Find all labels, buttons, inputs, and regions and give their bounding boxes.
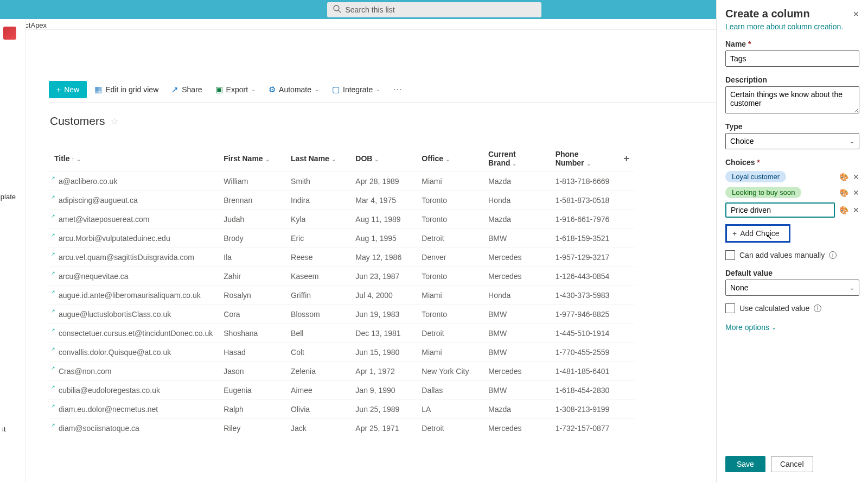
- column-header[interactable]: Current Brand⌄: [483, 145, 550, 172]
- export-button[interactable]: ▣ Export ⌄: [210, 81, 261, 98]
- table-cell: Denver: [416, 248, 483, 267]
- table-row[interactable]: arcu@nequevitae.caZahirKaseemJun 23, 198…: [49, 267, 635, 286]
- table-cell: Mazda: [483, 400, 550, 419]
- chevron-down-icon: ⌄: [315, 86, 319, 92]
- table-row[interactable]: diam@sociisnatoque.caRileyJackApr 25, 19…: [49, 419, 635, 438]
- table-row[interactable]: a@aclibero.co.ukWilliamSmithApr 28, 1989…: [49, 172, 635, 191]
- cancel-button[interactable]: Cancel: [771, 456, 813, 472]
- table-cell: Aug 11, 1989: [350, 210, 416, 229]
- more-options-toggle[interactable]: More options ⌄: [725, 323, 859, 332]
- edit-grid-button[interactable]: ▦ Edit in grid view: [89, 81, 164, 98]
- table-cell: augue.id.ante@liberomaurisaliquam.co.uk: [49, 286, 218, 305]
- new-button[interactable]: + New: [49, 81, 87, 98]
- add-column-button[interactable]: +: [618, 145, 635, 172]
- calculated-value-label: Use calculated value: [739, 304, 809, 313]
- add-choice-button[interactable]: + Add Choice ↖: [725, 224, 790, 243]
- table-cell: Toronto: [416, 305, 483, 324]
- type-select[interactable]: Choice ⌄: [725, 133, 859, 149]
- column-header[interactable]: First Name⌄: [218, 145, 285, 172]
- palette-icon[interactable]: 🎨: [839, 173, 848, 181]
- chevron-down-icon: ⌄: [771, 324, 776, 331]
- table-row[interactable]: cubilia@eudoloregestas.co.ukEugeniaAimee…: [49, 381, 635, 400]
- more-actions-button[interactable]: ⋯: [388, 84, 407, 94]
- table-cell: Miami: [416, 172, 483, 191]
- column-header[interactable]: Last Name⌄: [285, 145, 350, 172]
- table-cell: Dallas: [416, 381, 483, 400]
- remove-choice-icon[interactable]: ✕: [853, 206, 859, 214]
- favorite-star-icon[interactable]: ☆: [111, 116, 118, 126]
- table-cell: Cras@non.com: [49, 362, 218, 381]
- close-panel-button[interactable]: ✕: [853, 10, 859, 18]
- table-cell: 1-618-159-3521: [550, 229, 618, 248]
- sidebar-label-it[interactable]: it: [2, 425, 6, 433]
- manual-values-checkbox[interactable]: [725, 250, 735, 260]
- table-cell: Ila: [218, 248, 285, 267]
- table-cell: Mercedes: [483, 267, 550, 286]
- save-button[interactable]: Save: [725, 456, 765, 472]
- table-cell: Olivia: [285, 400, 350, 419]
- table-row[interactable]: amet@vitaeposuereat.comJudahKylaAug 11, …: [49, 210, 635, 229]
- table-cell: Cora: [218, 305, 285, 324]
- integrate-button[interactable]: ▢ Integrate ⌄: [327, 81, 386, 98]
- column-header[interactable]: Title↑⌄: [49, 145, 218, 172]
- default-value-select[interactable]: None ⌄: [725, 280, 859, 296]
- info-icon[interactable]: i: [829, 251, 837, 259]
- table-row[interactable]: adipiscing@augueut.caBrennanIndiraMar 4,…: [49, 191, 635, 210]
- choice-input[interactable]: [725, 202, 835, 218]
- choice-pill[interactable]: Looking to buy soon: [725, 187, 801, 198]
- column-header[interactable]: Phone Number⌄: [550, 145, 618, 172]
- column-header[interactable]: Office⌄: [416, 145, 483, 172]
- palette-icon[interactable]: 🎨: [839, 206, 848, 214]
- table-cell: Honda: [483, 191, 550, 210]
- table-row[interactable]: arcu.Morbi@vulputateduinec.eduBrodyEricA…: [49, 229, 635, 248]
- table-cell: Rosalyn: [218, 286, 285, 305]
- table-cell: BMW: [483, 324, 550, 343]
- table-cell: cubilia@eudoloregestas.co.uk: [49, 381, 218, 400]
- app-tile-icon[interactable]: [3, 27, 16, 40]
- table-cell: William: [218, 172, 285, 191]
- table-cell: 1-977-946-8825: [550, 305, 618, 324]
- table-cell: augue@luctuslobortisClass.co.uk: [49, 305, 218, 324]
- table-cell: Hasad: [218, 343, 285, 362]
- table-cell: Brody: [218, 229, 285, 248]
- table-row[interactable]: convallis.dolor.Quisque@at.co.ukHasadCol…: [49, 343, 635, 362]
- flow-icon: ⚙: [269, 85, 276, 94]
- table-row[interactable]: consectetuer.cursus.et@tinciduntDonec.co…: [49, 324, 635, 343]
- info-icon[interactable]: i: [814, 305, 821, 312]
- chevron-down-icon: ⌄: [251, 86, 256, 92]
- table-row[interactable]: augue@luctuslobortisClass.co.ukCoraBloss…: [49, 305, 635, 324]
- table-cell: Judah: [218, 210, 285, 229]
- table-cell: Detroit: [416, 324, 483, 343]
- table-cell: adipiscing@augueut.ca: [49, 191, 218, 210]
- calculated-value-checkbox[interactable]: [725, 303, 735, 313]
- table-cell: 1-770-455-2559: [550, 343, 618, 362]
- table-cell: Ralph: [218, 400, 285, 419]
- table-cell: diam@sociisnatoque.ca: [49, 419, 218, 438]
- table-cell: convallis.dolor.Quisque@at.co.uk: [49, 343, 218, 362]
- table-cell: Dec 13, 1981: [350, 324, 416, 343]
- table-cell: 1-126-443-0854: [550, 267, 618, 286]
- table-cell: BMW: [483, 381, 550, 400]
- palette-icon[interactable]: 🎨: [839, 188, 848, 197]
- name-input[interactable]: [725, 50, 859, 67]
- table-row[interactable]: diam.eu.dolor@necmetus.netRalphOliviaJun…: [49, 400, 635, 419]
- table-row[interactable]: augue.id.ante@liberomaurisaliquam.co.ukR…: [49, 286, 635, 305]
- column-header[interactable]: DOB⌄: [350, 145, 416, 172]
- table-cell: Jul 4, 2000: [350, 286, 416, 305]
- sidebar-label-template[interactable]: mplate: [0, 193, 16, 201]
- remove-choice-icon[interactable]: ✕: [853, 188, 859, 197]
- table-row[interactable]: arcu.vel.quam@sagittisDuisgravida.comIla…: [49, 248, 635, 267]
- description-input[interactable]: [725, 86, 859, 113]
- table-cell: Colt: [285, 343, 350, 362]
- remove-choice-icon[interactable]: ✕: [853, 173, 859, 181]
- table-cell: BMW: [483, 305, 550, 324]
- table-cell: Miami: [416, 343, 483, 362]
- automate-button[interactable]: ⚙ Automate ⌄: [263, 81, 324, 98]
- table-cell: Apr 28, 1989: [350, 172, 416, 191]
- table-cell: BMW: [483, 229, 550, 248]
- share-button[interactable]: ↗ Share: [166, 81, 207, 98]
- choice-pill[interactable]: Loyal customer: [725, 171, 786, 182]
- table-row[interactable]: Cras@non.comJasonZeleniaApr 1, 1972New Y…: [49, 362, 635, 381]
- search-input[interactable]: Search this list: [327, 2, 541, 17]
- learn-more-link[interactable]: Learn more about column creation.: [725, 22, 859, 31]
